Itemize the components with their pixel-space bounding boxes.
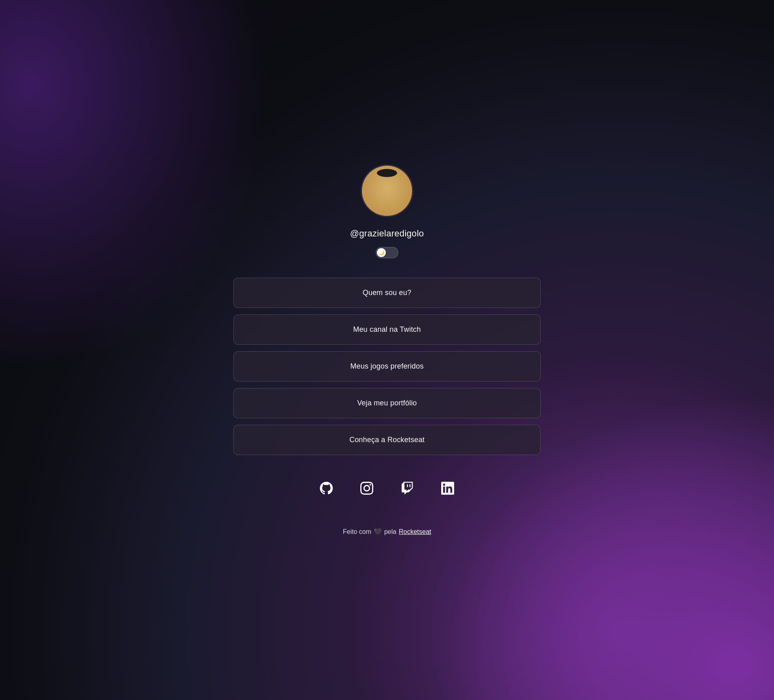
- toggle-thumb: 🌙: [377, 248, 386, 257]
- footer: Feito com 🖤 pela Rocketseat: [343, 528, 431, 536]
- toggle-track[interactable]: 🌙: [376, 247, 398, 258]
- quem-sou-eu-button[interactable]: Quem sou eu?: [233, 278, 541, 308]
- linkedin-icon[interactable]: [440, 481, 455, 495]
- twitch-canal-button[interactable]: Meu canal na Twitch: [233, 314, 541, 345]
- footer-text-middle: pela: [384, 528, 396, 536]
- instagram-icon[interactable]: [360, 481, 374, 495]
- portfolio-button[interactable]: Veja meu portfólio: [233, 388, 541, 418]
- rocketseat-button[interactable]: Conheça a Rocketseat: [233, 425, 541, 455]
- footer-heart: 🖤: [374, 528, 382, 536]
- avatar: [361, 164, 413, 217]
- theme-toggle[interactable]: 🌙: [376, 247, 398, 258]
- twitch-icon[interactable]: [400, 481, 414, 495]
- footer-text-prefix: Feito com: [343, 528, 371, 536]
- jogos-preferidos-button[interactable]: Meus jogos preferidos: [233, 351, 541, 382]
- github-icon[interactable]: [319, 481, 334, 495]
- moon-icon: 🌙: [379, 250, 385, 255]
- social-icons: [319, 481, 455, 495]
- rocketseat-footer-link[interactable]: Rocketseat: [399, 528, 431, 536]
- main-container: @grazielaredigolo 🌙 Quem sou eu? Meu can…: [233, 132, 541, 568]
- nav-buttons: Quem sou eu? Meu canal na Twitch Meus jo…: [233, 278, 541, 455]
- username: @grazielaredigolo: [350, 228, 424, 239]
